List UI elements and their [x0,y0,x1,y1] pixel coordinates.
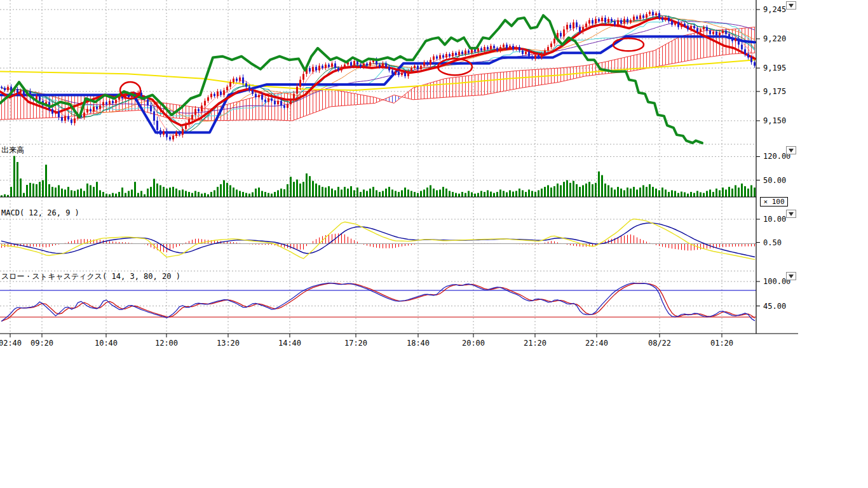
volume-panel-dropdown-button[interactable] [786,146,796,154]
time-tick-label: 13:20 [214,339,242,348]
triangle-down-icon [789,149,794,152]
axis-tick-label: 9,150 [763,116,786,125]
axis-tick-label: 9,195 [763,64,786,72]
axis-tick-label: 9,245 [763,5,786,14]
axis-tick-label: 9,220 [763,34,786,43]
time-tick-label: 21:20 [521,339,549,348]
time-tick-label: 20:00 [459,339,487,348]
axis-tick-label: 9,175 [763,87,786,96]
time-tick-label: 18:40 [404,339,432,348]
time-tick-label: 17:20 [342,339,370,348]
triangle-down-icon [789,4,794,8]
stoch-panel-dropdown-button[interactable] [786,272,796,280]
axis-tick-label: 10.00 [763,215,786,224]
time-tick-label: 14:40 [276,339,304,348]
chart-canvas[interactable] [0,0,868,488]
macd-panel-dropdown-button[interactable] [786,210,796,218]
time-tick-label: 08/22 [646,339,674,348]
stoch-panel-label: スロー・ストキャスティクス( 14, 3, 80, 20 ) [1,271,180,282]
triangle-down-icon [789,212,794,216]
volume-scale-multiplier: × 100 [760,197,788,207]
time-tick-label: 10:40 [92,339,120,348]
time-tick-label: 22:40 [583,339,611,348]
macd-panel-label: MACD( 12, 26, 9 ) [1,208,79,217]
charting-app-window: 日経225mini 12/09( 5分, 2012/08/18 - 2012/0… [0,0,868,488]
time-tick-label: 01:20 [708,339,736,348]
time-tick-label: 02:40 [0,339,24,348]
volume-panel-label: 出来高 [1,145,24,156]
time-tick-label: 12:00 [153,339,180,348]
price-panel-dropdown-button[interactable] [786,1,796,10]
axis-tick-label: 0.50 [763,238,782,247]
time-tick-label: 09:20 [28,339,56,348]
triangle-down-icon [789,274,794,278]
axis-tick-label: 50.00 [763,176,786,185]
axis-tick-label: 45.00 [763,302,786,311]
